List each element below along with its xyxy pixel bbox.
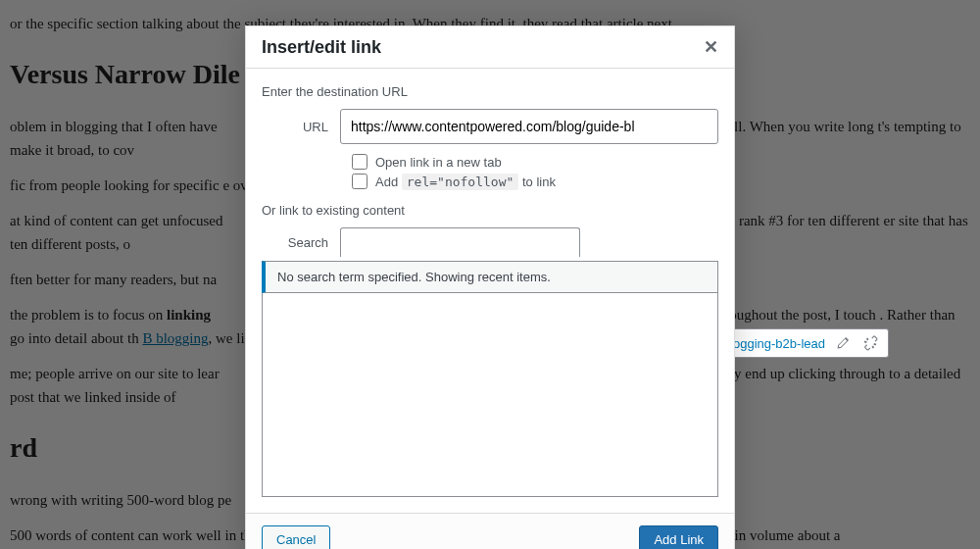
close-icon[interactable]: ✕ — [704, 36, 718, 58]
unlink-icon[interactable] — [860, 333, 880, 353]
search-notice: No search term specified. Showing recent… — [262, 261, 718, 293]
newtab-label: Open link in a new tab — [375, 155, 502, 170]
modal-header: Insert/edit link ✕ — [246, 26, 734, 69]
modal-footer: Cancel Add Link — [246, 513, 734, 549]
link-tooltip: ogging-b2b-lead — [724, 328, 889, 358]
url-label: URL — [262, 120, 340, 134]
add-link-button[interactable]: Add Link — [639, 525, 718, 549]
nofollow-checkbox[interactable] — [352, 174, 368, 189]
search-label: Search — [262, 235, 340, 250]
modal-body: Enter the destination URL URL Open link … — [246, 69, 734, 513]
tooltip-url[interactable]: ogging-b2b-lead — [733, 336, 825, 351]
url-input[interactable] — [340, 109, 718, 144]
results-panel — [262, 293, 718, 497]
modal-title: Insert/edit link — [262, 37, 381, 58]
edit-icon[interactable] — [833, 333, 853, 353]
orlink-label: Or link to existing content — [262, 203, 718, 218]
newtab-checkbox[interactable] — [352, 154, 368, 170]
enter-url-label: Enter the destination URL — [262, 84, 718, 99]
nofollow-label: Add rel="nofollow" to link — [375, 175, 556, 189]
cancel-button[interactable]: Cancel — [262, 525, 330, 549]
insert-link-modal: Insert/edit link ✕ Enter the destination… — [245, 25, 735, 549]
search-input[interactable] — [340, 227, 580, 257]
